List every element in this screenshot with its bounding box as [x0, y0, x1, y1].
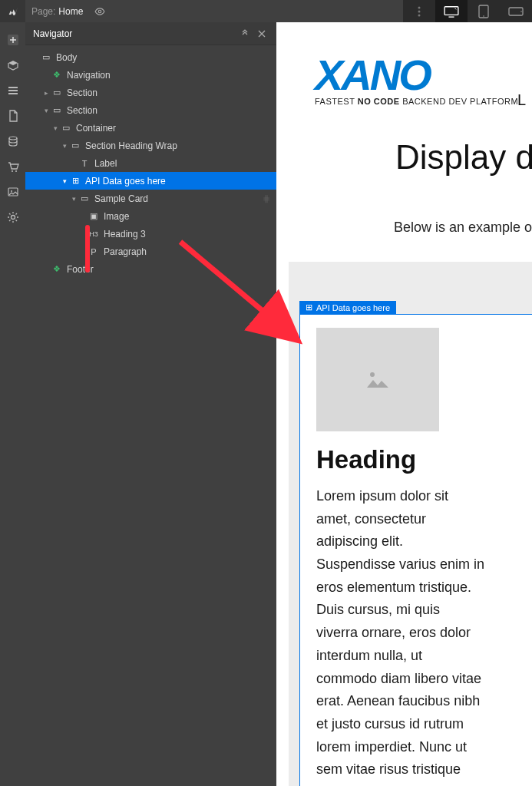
navigator-header: Navigator — [25, 22, 276, 45]
tree-image[interactable]: ▣Image — [25, 207, 276, 225]
svg-rect-4 — [444, 6, 458, 15]
svg-point-20 — [370, 372, 375, 377]
settings-button[interactable] — [0, 204, 25, 230]
symbol-icon: ❖ — [51, 70, 62, 80]
more-menu[interactable] — [403, 0, 435, 22]
svg-rect-12 — [8, 93, 18, 94]
desktop-breakpoint[interactable] — [435, 0, 468, 22]
svg-point-1 — [418, 6, 421, 8]
top-toolbar: Page: Home — [0, 0, 532, 22]
text-icon: T — [79, 159, 90, 168]
svg-point-2 — [418, 10, 421, 12]
navigator-button[interactable] — [0, 78, 25, 103]
page-subtitle: Below is an example o — [380, 220, 532, 236]
webflow-logo[interactable] — [0, 0, 25, 22]
cms-button[interactable] — [0, 128, 25, 154]
image-icon: ▣ — [88, 211, 99, 221]
tree-navigation[interactable]: ❖Navigation — [25, 66, 276, 84]
svg-point-17 — [11, 190, 12, 192]
card-heading[interactable]: Heading — [316, 445, 518, 474]
ecommerce-button[interactable] — [0, 154, 25, 179]
brand-logo: XANO — [315, 50, 430, 100]
design-canvas[interactable]: XANO FASTEST NO CODE BACKEND DEV PLATFOR… — [276, 22, 532, 786]
tree-section-1[interactable]: ▭Section — [25, 84, 276, 101]
brand-block: XANO FASTEST NO CODE BACKEND DEV PLATFOR… — [276, 22, 532, 106]
left-tool-dock — [0, 22, 25, 786]
page-selector[interactable]: Page: Home — [25, 6, 89, 17]
element-badge[interactable]: API Data goes here — [299, 301, 396, 314]
body-icon: ▭ — [41, 52, 51, 62]
sample-card[interactable]: Heading Lorem ipsum dolor sit amet, cons… — [316, 328, 518, 786]
card-paragraph[interactable]: Lorem ipsum dolor sit amet, consectetur … — [316, 485, 485, 786]
assets-button[interactable] — [0, 179, 25, 204]
tree-container[interactable]: ▭Container — [25, 119, 276, 137]
symbols-button[interactable] — [0, 52, 25, 78]
svg-rect-19 — [362, 368, 393, 392]
navigator-title: Navigator — [33, 28, 235, 39]
page-label: Page: — [31, 6, 55, 17]
viewport-switcher — [403, 0, 532, 22]
tree-section-heading-wrap[interactable]: ▭Section Heading Wrap — [25, 137, 276, 154]
image-placeholder[interactable] — [316, 328, 439, 431]
svg-rect-11 — [8, 90, 18, 91]
preview-toggle[interactable] — [89, 6, 111, 17]
tree-body[interactable]: ▭Body — [25, 48, 276, 66]
tree-heading3[interactable]: H3Heading 3 — [25, 225, 276, 243]
page-name: Home — [58, 6, 83, 17]
heading-icon: H3 — [88, 230, 99, 238]
svg-point-13 — [9, 137, 17, 140]
tree-label[interactable]: TLabel — [25, 154, 276, 172]
svg-point-18 — [11, 215, 15, 219]
grid-child-icon: ⋕ — [263, 193, 270, 204]
collapse-all-button[interactable] — [238, 27, 252, 41]
svg-point-3 — [418, 14, 421, 16]
tree-footer[interactable]: ❖Footer — [25, 260, 276, 278]
nav-link-partial[interactable]: L — [517, 91, 526, 109]
tree-paragraph[interactable]: PParagraph — [25, 243, 276, 260]
container-icon: ▭ — [61, 123, 71, 133]
div-icon: ▭ — [51, 105, 62, 115]
svg-point-8 — [520, 11, 522, 12]
add-element-button[interactable] — [0, 27, 25, 52]
element-tree: ▭Body ❖Navigation ▭Section ▭Section ▭Con… — [25, 45, 276, 278]
tablet-breakpoint[interactable] — [468, 0, 500, 22]
mobile-landscape-breakpoint[interactable] — [500, 0, 532, 22]
tree-sample-card[interactable]: ▭Sample Card⋕ — [25, 190, 276, 207]
navigator-panel: Navigator ▭Body ❖Navigation ▭Section ▭Se… — [25, 22, 276, 786]
close-panel-button[interactable] — [255, 27, 269, 41]
div-icon: ▭ — [79, 193, 90, 203]
svg-point-6 — [483, 15, 484, 17]
div-icon: ▭ — [51, 88, 62, 97]
brand-tagline: FASTEST NO CODE BACKEND DEV PLATFORM — [315, 97, 518, 106]
div-icon: ▭ — [70, 140, 81, 150]
page-heading: Display d — [395, 138, 532, 177]
svg-point-0 — [99, 10, 102, 13]
tree-section-2[interactable]: ▭Section — [25, 101, 276, 119]
pages-button[interactable] — [0, 103, 25, 128]
svg-rect-10 — [8, 87, 18, 88]
tree-api-data[interactable]: ⊞API Data goes here — [25, 172, 276, 190]
svg-point-15 — [15, 170, 17, 172]
svg-point-14 — [12, 170, 13, 172]
paragraph-icon: P — [88, 247, 99, 256]
grid-icon: ⊞ — [70, 176, 81, 186]
symbol-icon: ❖ — [51, 264, 62, 274]
